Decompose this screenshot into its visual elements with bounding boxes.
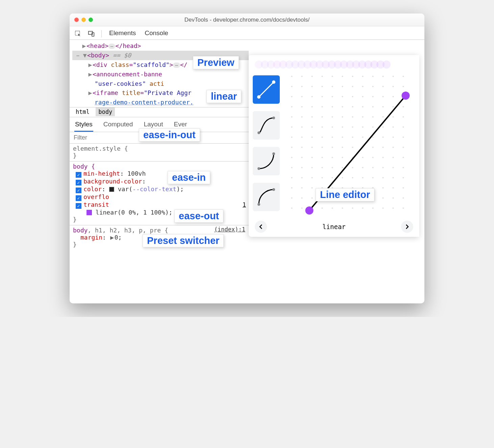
- svg-point-6: [257, 131, 260, 134]
- anno-ease-out: ease-out: [174, 209, 223, 223]
- dom-body[interactable]: <body>: [87, 52, 109, 59]
- curve-editor[interactable]: Line editor: [288, 74, 415, 219]
- anno-preset-switcher: Preset switcher: [143, 234, 224, 247]
- subtab-styles[interactable]: Styles: [74, 119, 93, 132]
- source-link[interactable]: 1: [243, 201, 246, 208]
- minimize-icon[interactable]: [81, 18, 86, 22]
- anno-ease-in-out: ease-in-out: [139, 128, 200, 142]
- preset-linear[interactable]: [253, 75, 280, 104]
- devtools-window: DevTools - developer.chrome.com/docs/dev…: [70, 14, 424, 303]
- svg-point-4: [257, 95, 261, 99]
- anno-preview: Preview: [193, 56, 239, 69]
- control-point-end[interactable]: [402, 92, 410, 100]
- current-preset-label: linear: [322, 223, 346, 230]
- anno-line-editor: Line editor: [316, 188, 374, 201]
- svg-point-11: [272, 188, 275, 191]
- rule-element-style[interactable]: element.style { }: [70, 144, 249, 161]
- prop-toggle[interactable]: [76, 195, 81, 201]
- tab-elements[interactable]: Elements: [108, 27, 137, 40]
- svg-point-7: [272, 117, 275, 119]
- device-icon[interactable]: [88, 30, 95, 38]
- left-panel: ▶<head>⋯</head> ⋯ ▼<body> == $0 ▶<div cl…: [70, 40, 249, 303]
- titlebar: DevTools - developer.chrome.com/docs/dev…: [70, 14, 424, 26]
- preset-ease-in-out[interactable]: [253, 111, 280, 140]
- inspect-icon[interactable]: [74, 30, 82, 38]
- subtab-computed[interactable]: Computed: [103, 119, 134, 132]
- prev-preset-button[interactable]: [255, 221, 267, 233]
- prop-toggle[interactable]: [76, 172, 81, 178]
- anno-ease-in: ease-in: [168, 171, 210, 184]
- svg-point-5: [272, 80, 275, 84]
- anno-linear: linear: [206, 90, 241, 103]
- window-controls: [74, 18, 93, 22]
- svg-point-8: [257, 167, 260, 170]
- preset-switcher: linear: [253, 219, 415, 233]
- easing-editor-panel: for(let i=0;i<22;i++)document.write('<di…: [249, 55, 419, 237]
- prop-toggle[interactable]: [76, 188, 81, 193]
- maximize-icon[interactable]: [89, 18, 93, 22]
- svg-line-3: [259, 82, 274, 97]
- next-preset-button[interactable]: [401, 221, 413, 233]
- prop-toggle[interactable]: [76, 203, 81, 209]
- main-area: ▶<head>⋯</head> ⋯ ▼<body> == $0 ▶<div cl…: [70, 40, 424, 303]
- tab-console[interactable]: Console: [143, 27, 170, 40]
- toolbar: Elements Console: [70, 26, 424, 40]
- animation-preview: for(let i=0;i<22;i++)document.write('<di…: [253, 58, 415, 71]
- iframe-src-link[interactable]: rage-demo-content-producer.: [95, 99, 194, 106]
- window-title: DevTools - developer.chrome.com/docs/dev…: [70, 17, 424, 23]
- breadcrumb: html body: [70, 107, 249, 117]
- svg-point-9: [272, 152, 275, 155]
- preset-ease-out[interactable]: [253, 183, 280, 211]
- svg-point-10: [257, 203, 260, 206]
- separator: [101, 30, 102, 38]
- ellipsis-icon[interactable]: ⋯: [173, 63, 180, 68]
- prop-toggle[interactable]: [76, 180, 81, 185]
- preset-ease-in[interactable]: [253, 147, 280, 175]
- preset-list: [253, 74, 280, 219]
- crumb-body[interactable]: body: [96, 107, 115, 116]
- easing-swatch-icon[interactable]: [87, 210, 92, 215]
- dom-head[interactable]: <head>: [87, 42, 108, 49]
- ellipsis-icon[interactable]: ⋯: [108, 44, 115, 49]
- color-swatch[interactable]: [109, 187, 114, 192]
- close-icon[interactable]: [74, 18, 79, 22]
- control-point-start[interactable]: [305, 206, 314, 215]
- crumb-html[interactable]: html: [73, 107, 92, 116]
